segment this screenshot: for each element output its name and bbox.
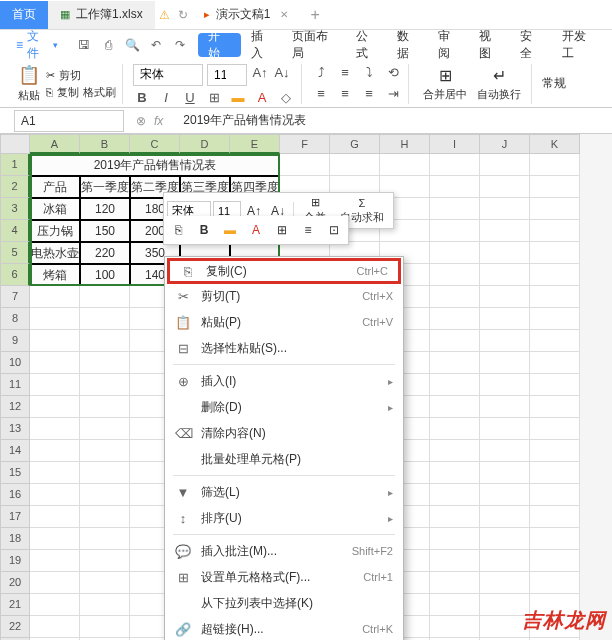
- cell[interactable]: [30, 616, 80, 638]
- cell[interactable]: [480, 176, 530, 198]
- cell[interactable]: [80, 396, 130, 418]
- cell[interactable]: [530, 506, 580, 528]
- cell[interactable]: [30, 352, 80, 374]
- mini-bold-icon[interactable]: B: [193, 219, 215, 241]
- row-header[interactable]: 18: [0, 528, 30, 550]
- menu-data[interactable]: 数据: [389, 33, 428, 57]
- increase-font-icon[interactable]: A↑: [251, 64, 269, 82]
- fx-label[interactable]: fx: [154, 114, 163, 128]
- cell[interactable]: [30, 484, 80, 506]
- cell[interactable]: [30, 528, 80, 550]
- cell[interactable]: [30, 506, 80, 528]
- cell[interactable]: [430, 308, 480, 330]
- cell[interactable]: [80, 462, 130, 484]
- menu-dev[interactable]: 开发工: [554, 33, 605, 57]
- row-header[interactable]: 22: [0, 616, 30, 638]
- cell[interactable]: [280, 154, 330, 176]
- italic-icon[interactable]: I: [157, 89, 175, 107]
- tab-home[interactable]: 首页: [0, 1, 48, 29]
- cell[interactable]: [80, 286, 130, 308]
- menu-review[interactable]: 审阅: [430, 33, 469, 57]
- row-header[interactable]: 3: [0, 198, 30, 220]
- menu-layout[interactable]: 页面布局: [284, 33, 346, 57]
- cell[interactable]: [430, 330, 480, 352]
- menu-copy[interactable]: ⎘ 复制(C) Ctrl+C: [167, 258, 401, 284]
- mini-align-icon[interactable]: ≡: [297, 219, 319, 241]
- font-name-select[interactable]: [133, 64, 203, 86]
- bold-icon[interactable]: B: [133, 89, 151, 107]
- cell[interactable]: [430, 374, 480, 396]
- formula-input[interactable]: 2019年产品销售情况表: [175, 112, 612, 129]
- align-bot-icon[interactable]: ⤵: [360, 64, 378, 82]
- menu-insert[interactable]: ⊕ 插入(I) ▸: [165, 368, 403, 394]
- cell[interactable]: [480, 330, 530, 352]
- row-header[interactable]: 10: [0, 352, 30, 374]
- tab-workbook[interactable]: ▦ 工作簿1.xlsx: [48, 1, 155, 29]
- menu-paste[interactable]: 📋 粘贴(P) Ctrl+V: [165, 309, 403, 335]
- decrease-font-icon[interactable]: A↓: [273, 64, 291, 82]
- col-header[interactable]: C: [130, 134, 180, 154]
- menu-filter[interactable]: ▼ 筛选(L) ▸: [165, 479, 403, 505]
- cell[interactable]: [430, 154, 480, 176]
- cell[interactable]: [480, 286, 530, 308]
- cell[interactable]: [530, 396, 580, 418]
- refresh-icon[interactable]: ↻: [174, 8, 192, 22]
- print-icon[interactable]: ⎙: [100, 37, 116, 53]
- cell[interactable]: [80, 418, 130, 440]
- cell[interactable]: [30, 330, 80, 352]
- cell[interactable]: [80, 440, 130, 462]
- row-header[interactable]: 13: [0, 418, 30, 440]
- row-header[interactable]: 12: [0, 396, 30, 418]
- merge-center-button[interactable]: ⊞ 合并居中: [419, 64, 471, 104]
- cell[interactable]: [530, 176, 580, 198]
- cell[interactable]: [80, 330, 130, 352]
- data-cell[interactable]: 2019年产品销售情况表: [30, 154, 280, 176]
- preview-icon[interactable]: 🔍: [124, 37, 140, 53]
- cell[interactable]: [530, 154, 580, 176]
- cell[interactable]: [430, 176, 480, 198]
- cell[interactable]: [80, 572, 130, 594]
- cell[interactable]: [480, 220, 530, 242]
- menu-sort[interactable]: ↕ 排序(U) ▸: [165, 505, 403, 531]
- align-left-icon[interactable]: ≡: [312, 85, 330, 103]
- align-right-icon[interactable]: ≡: [360, 85, 378, 103]
- col-header[interactable]: B: [80, 134, 130, 154]
- row-header[interactable]: 15: [0, 462, 30, 484]
- cell[interactable]: [80, 484, 130, 506]
- data-cell[interactable]: 第一季度: [80, 176, 130, 198]
- number-format[interactable]: 常规: [542, 75, 566, 92]
- row-header[interactable]: 6: [0, 264, 30, 286]
- fx-icon[interactable]: ⊗: [136, 114, 146, 128]
- cell[interactable]: [80, 352, 130, 374]
- cell[interactable]: [430, 484, 480, 506]
- menu-format-cells[interactable]: ⊞ 设置单元格格式(F)... Ctrl+1: [165, 564, 403, 590]
- cell[interactable]: [430, 462, 480, 484]
- cell[interactable]: [430, 550, 480, 572]
- cell[interactable]: [80, 594, 130, 616]
- data-cell[interactable]: 产品: [30, 176, 80, 198]
- menu-delete[interactable]: 删除(D) ▸: [165, 394, 403, 420]
- cell[interactable]: [80, 506, 130, 528]
- cell[interactable]: [430, 418, 480, 440]
- orient-icon[interactable]: ⟲: [384, 64, 402, 82]
- cell[interactable]: [430, 286, 480, 308]
- cell[interactable]: [30, 462, 80, 484]
- cell[interactable]: [30, 286, 80, 308]
- cell[interactable]: [530, 220, 580, 242]
- cell[interactable]: [480, 440, 530, 462]
- cell[interactable]: [30, 418, 80, 440]
- cell[interactable]: [80, 374, 130, 396]
- mini-copy-icon[interactable]: ⎘: [167, 219, 189, 241]
- cell[interactable]: [530, 550, 580, 572]
- cell[interactable]: [480, 374, 530, 396]
- undo-icon[interactable]: ↶: [148, 37, 164, 53]
- menu-cut[interactable]: ✂ 剪切(T) Ctrl+X: [165, 283, 403, 309]
- cell[interactable]: [530, 264, 580, 286]
- indent-icon[interactable]: ⇥: [384, 85, 402, 103]
- cell[interactable]: [80, 308, 130, 330]
- cell[interactable]: [530, 418, 580, 440]
- cell[interactable]: [80, 616, 130, 638]
- cell[interactable]: [430, 198, 480, 220]
- row-header[interactable]: 2: [0, 176, 30, 198]
- close-icon[interactable]: ✕: [280, 9, 288, 20]
